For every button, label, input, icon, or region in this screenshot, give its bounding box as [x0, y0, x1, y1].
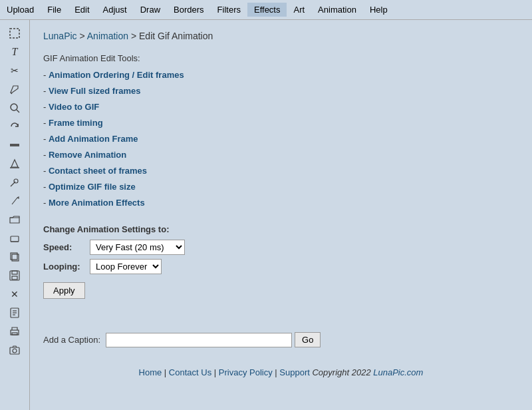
- menu-item-borders[interactable]: Borders: [167, 3, 211, 17]
- speed-select[interactable]: Very Fast (20 ms)Fast (50 ms)Normal (100…: [90, 240, 185, 255]
- layers-tool[interactable]: [5, 249, 24, 265]
- tools-section-title: GIF Animation Edit Tools:: [43, 53, 519, 63]
- looping-row: Looping: Loop ForeverNo LoopLoop OnceLoo…: [43, 259, 519, 274]
- footer: Home | Contact Us | Privacy Policy | Sup…: [43, 367, 519, 377]
- sidebar: T ✂: [0, 20, 30, 410]
- select-tool[interactable]: [5, 25, 24, 41]
- eyedropper-tool[interactable]: [5, 174, 24, 190]
- svg-point-2: [11, 104, 17, 110]
- tool-link[interactable]: Add Animation Frame: [49, 134, 138, 144]
- tool-link-item: - More Animation Effects: [43, 195, 519, 211]
- tool-link-item: - Add Animation Frame: [43, 131, 519, 147]
- footer-sep: |: [211, 367, 219, 377]
- footer-link-home[interactable]: Home: [139, 367, 162, 377]
- menu-item-adjust[interactable]: Adjust: [96, 3, 134, 17]
- menu-item-draw[interactable]: Draw: [134, 3, 167, 17]
- footer-link-contact-us[interactable]: Contact Us: [169, 367, 211, 377]
- svg-rect-8: [11, 236, 19, 242]
- svg-line-3: [17, 110, 19, 112]
- close-tool[interactable]: ✕: [5, 286, 24, 302]
- svg-rect-4: [10, 144, 19, 146]
- speed-row: Speed: Very Fast (20 ms)Fast (50 ms)Norm…: [43, 240, 519, 255]
- svg-rect-14: [12, 276, 17, 280]
- breadcrumb-sep2: >: [131, 31, 139, 41]
- folder-tool[interactable]: [5, 212, 24, 228]
- tool-links-list: - Animation Ordering / Edit frames- View…: [43, 67, 519, 211]
- text-tool[interactable]: T: [5, 44, 24, 60]
- rotate-tool[interactable]: [5, 118, 24, 134]
- tool-link-item: - Frame timing: [43, 115, 519, 131]
- footer-brand[interactable]: LunaPic.com: [373, 367, 423, 377]
- tool-link-item: - Optimize GIF file size: [43, 179, 519, 195]
- save-tool[interactable]: [5, 268, 24, 284]
- svg-rect-0: [10, 29, 19, 38]
- tool-link[interactable]: View Full sized frames: [49, 86, 140, 96]
- settings-title: Change Animation Settings to:: [43, 224, 519, 234]
- footer-links: Home | Contact Us | Privacy Policy | Sup…: [139, 367, 310, 377]
- tool-link[interactable]: Frame timing: [49, 118, 103, 128]
- tool-link[interactable]: More Animation Effects: [49, 198, 145, 208]
- fill-tool[interactable]: [5, 156, 24, 172]
- settings-section: Change Animation Settings to: Speed: Ver…: [43, 224, 519, 319]
- tool-link-item: - Animation Ordering / Edit frames: [43, 67, 519, 83]
- menu-item-file[interactable]: File: [41, 3, 68, 17]
- footer-sep: |: [273, 367, 280, 377]
- svg-rect-12: [10, 271, 19, 280]
- footer-sep: |: [162, 367, 169, 377]
- breadcrumb-sep1: >: [79, 31, 86, 41]
- breadcrumb: LunaPic > Animation > Edit Gif Animation: [43, 31, 519, 41]
- camera-tool[interactable]: [5, 342, 24, 358]
- svg-rect-13: [12, 271, 17, 274]
- tool-link[interactable]: Video to GIF: [49, 102, 99, 112]
- print-tool[interactable]: [5, 323, 24, 339]
- svg-rect-20: [12, 333, 17, 335]
- main-content: LunaPic > Animation > Edit Gif Animation…: [30, 20, 532, 410]
- looping-label: Looping:: [43, 262, 90, 272]
- speed-label: Speed:: [43, 242, 90, 252]
- menu-item-filters[interactable]: Filters: [211, 3, 247, 17]
- rectangle-tool[interactable]: [5, 137, 24, 153]
- svg-point-7: [14, 179, 18, 183]
- caption-input[interactable]: [106, 333, 292, 347]
- brush-tool[interactable]: [5, 193, 24, 209]
- menu-item-effects[interactable]: Effects: [247, 3, 287, 17]
- tool-link[interactable]: Remove Animation: [49, 150, 126, 160]
- zoom-tool[interactable]: [5, 100, 24, 116]
- menubar: UploadFileEditAdjustDrawBordersFiltersEf…: [0, 0, 532, 20]
- menu-item-help[interactable]: Help: [363, 3, 394, 17]
- tool-link-item: - Remove Animation: [43, 147, 519, 163]
- breadcrumb-animation[interactable]: Animation: [87, 31, 128, 41]
- page-tool[interactable]: [5, 305, 24, 321]
- footer-link-privacy-policy[interactable]: Privacy Policy: [219, 367, 273, 377]
- eraser-tool[interactable]: [5, 230, 24, 246]
- tool-link-item: - Video to GIF: [43, 99, 519, 115]
- footer-link-support[interactable]: Support: [279, 367, 310, 377]
- tool-link-item: - View Full sized frames: [43, 83, 519, 99]
- menu-item-art[interactable]: Art: [287, 3, 311, 17]
- tool-link[interactable]: Animation Ordering / Edit frames: [49, 70, 184, 80]
- menu-item-upload[interactable]: Upload: [0, 3, 41, 17]
- svg-point-22: [13, 349, 17, 353]
- tool-link[interactable]: Contact sheet of frames: [49, 166, 147, 176]
- looping-select[interactable]: Loop ForeverNo LoopLoop OnceLoop Twice: [90, 259, 162, 274]
- layout: T ✂: [0, 20, 532, 410]
- caption-section: Add a Caption: Go: [43, 332, 519, 347]
- menu-item-edit[interactable]: Edit: [68, 3, 96, 17]
- go-button[interactable]: Go: [295, 332, 321, 347]
- footer-copyright: Copyright 2022: [312, 367, 373, 377]
- caption-label: Add a Caption:: [43, 335, 100, 345]
- apply-button[interactable]: Apply: [43, 282, 85, 299]
- pen-tool[interactable]: [5, 81, 24, 97]
- breadcrumb-current: Edit Gif Animation: [139, 31, 213, 41]
- menu-item-animation[interactable]: Animation: [311, 3, 363, 17]
- scissors-tool[interactable]: ✂: [5, 63, 24, 79]
- breadcrumb-home[interactable]: LunaPic: [43, 31, 77, 41]
- tool-link-item: - Contact sheet of frames: [43, 163, 519, 179]
- tool-link[interactable]: Optimize GIF file size: [49, 182, 136, 192]
